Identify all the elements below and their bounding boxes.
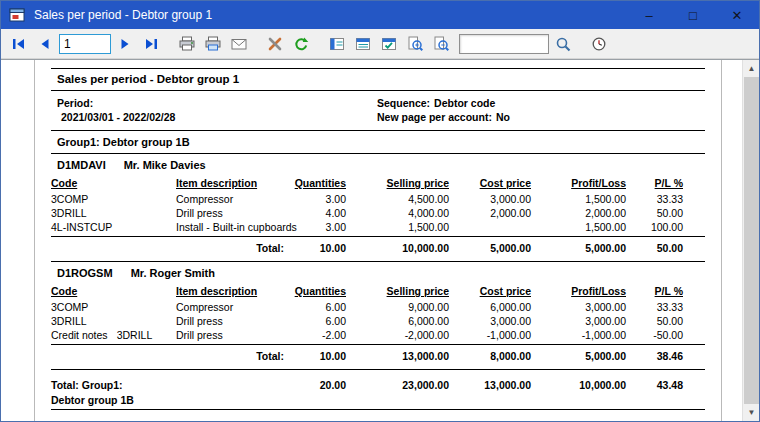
minimize-icon: – xyxy=(645,8,652,23)
settings-button[interactable] xyxy=(263,32,287,56)
zoom-in-icon xyxy=(407,36,423,52)
search-button[interactable] xyxy=(551,32,575,56)
newpage-line: New page per account: No xyxy=(377,110,705,124)
first-page-button[interactable] xyxy=(7,32,31,56)
total-cost: 5,000.00 xyxy=(449,241,531,256)
cell-selling: 6,000.00 xyxy=(346,314,449,328)
cell-plpct: 50.00 xyxy=(626,206,683,220)
report-page: Sales per period - Debtor group 1 Period… xyxy=(34,60,722,421)
cell-pl: -1,000.00 xyxy=(531,328,626,342)
sequence-label: Sequence: xyxy=(377,97,430,109)
freeze-rows-button[interactable] xyxy=(351,32,375,56)
cell-pl: 3,000.00 xyxy=(531,314,626,328)
toolbar-separator xyxy=(315,43,323,44)
cell-selling: -2,000.00 xyxy=(346,328,449,342)
maximize-button[interactable]: □ xyxy=(671,1,715,29)
cell-code: 3DRILL xyxy=(51,206,176,220)
print-button[interactable] xyxy=(175,32,199,56)
toolbar-separator xyxy=(165,43,173,44)
rule xyxy=(51,153,705,154)
account-total-row: Total: 10.00 13,000.00 8,000.00 5,000.00… xyxy=(51,347,683,367)
window-controls: – □ ✕ xyxy=(627,1,759,29)
col-cost: Cost price xyxy=(449,284,531,298)
item-row: 4L-INSTCUP Install - Built-in cupboards … xyxy=(51,220,683,234)
cell-cost: 6,000.00 xyxy=(449,300,531,314)
item-row: 3DRILL Drill press 6.00 6,000.00 3,000.0… xyxy=(51,314,683,328)
total-pl: 5,000.00 xyxy=(531,241,626,256)
total-plpct: 38.46 xyxy=(626,349,683,364)
next-page-button[interactable] xyxy=(113,32,137,56)
col-plpct: P/L % xyxy=(626,284,683,298)
zoom-in-button[interactable] xyxy=(403,32,427,56)
cell-cost: -1,000.00 xyxy=(449,328,531,342)
email-button[interactable] xyxy=(227,32,251,56)
last-page-icon xyxy=(143,36,159,52)
account-code: D1MDAVI xyxy=(57,159,106,171)
minimize-button[interactable]: – xyxy=(627,1,671,29)
total-plpct: 50.00 xyxy=(626,241,683,256)
cell-qty: -2.00 xyxy=(286,328,346,342)
column-header-row: Code Item description Quantities Selling… xyxy=(51,176,683,190)
zoom-out-icon xyxy=(433,36,449,52)
search-input[interactable] xyxy=(459,34,549,54)
cell-code: 3COMP xyxy=(51,192,176,206)
cell-plpct: -50.00 xyxy=(626,328,683,342)
exit-button[interactable] xyxy=(587,32,611,56)
cell-code: Credit notes3DRILL xyxy=(51,328,176,342)
cell-qty: 3.00 xyxy=(286,192,346,206)
next-page-icon xyxy=(117,36,133,52)
grand-total-sublabel: Debtor group 1B xyxy=(51,393,705,407)
previous-page-button[interactable] xyxy=(33,32,57,56)
report-parameters: Period: 2021/03/01 - 2022/02/28 Sequence… xyxy=(51,93,705,128)
period-block: Period: 2021/03/01 - 2022/02/28 xyxy=(57,96,377,124)
rule xyxy=(51,409,705,410)
scrollbar-thumb[interactable] xyxy=(744,77,759,404)
window-title: Sales per period - Debtor group 1 xyxy=(34,8,212,22)
cell-cost: 3,000.00 xyxy=(449,314,531,328)
total-qty: 10.00 xyxy=(286,241,346,256)
sequence-block: Sequence: Debtor code New page per accou… xyxy=(377,96,705,124)
print-setup-button[interactable] xyxy=(201,32,225,56)
cell-qty: 4.00 xyxy=(286,206,346,220)
rule xyxy=(51,90,705,91)
search-icon xyxy=(555,36,571,52)
cell-pl: 1,500.00 xyxy=(531,192,626,206)
cell-code: 4L-INSTCUP xyxy=(51,220,176,234)
scroll-up-button[interactable]: ▲ xyxy=(743,60,759,77)
col-desc: Item description xyxy=(176,176,286,190)
rule xyxy=(51,68,705,69)
close-button[interactable]: ✕ xyxy=(715,1,759,29)
col-cost: Cost price xyxy=(449,176,531,190)
page-number-input[interactable] xyxy=(59,34,111,54)
scroll-up-icon: ▲ xyxy=(748,64,756,73)
col-qty: Quantities xyxy=(286,176,346,190)
last-page-button[interactable] xyxy=(139,32,163,56)
total-pl: 5,000.00 xyxy=(531,349,626,364)
col-plpct: P/L % xyxy=(626,176,683,190)
item-code: 3DRILL xyxy=(51,207,87,219)
refresh-icon xyxy=(293,36,309,52)
total-cost: 8,000.00 xyxy=(449,349,531,364)
rule xyxy=(51,261,705,262)
cell-plpct: 33.33 xyxy=(626,192,683,206)
cell-desc: Drill press xyxy=(176,314,286,328)
item-row: 3COMP Compressor 6.00 9,000.00 6,000.00 … xyxy=(51,300,683,314)
refresh-button[interactable] xyxy=(289,32,313,56)
zoom-out-button[interactable] xyxy=(429,32,453,56)
item-row: Credit notes3DRILL Drill press -2.00 -2,… xyxy=(51,328,683,342)
app-icon xyxy=(9,6,27,24)
account-code: D1ROGSM xyxy=(57,267,113,279)
account-section: D1MDAVI Mr. Mike Davies Code Item descri… xyxy=(51,159,705,262)
cell-qty: 6.00 xyxy=(286,314,346,328)
spacer xyxy=(51,241,176,256)
grand-total-label: Total: Group1: xyxy=(51,378,176,393)
filter-button[interactable] xyxy=(377,32,401,56)
col-qty: Quantities xyxy=(286,284,346,298)
scroll-down-button[interactable]: ▼ xyxy=(743,404,759,421)
spacer xyxy=(176,378,286,393)
col-selling: Selling price xyxy=(346,284,449,298)
rule xyxy=(51,130,705,131)
vertical-scrollbar[interactable]: ▲ ▼ xyxy=(742,60,759,421)
cell-plpct: 100.00 xyxy=(626,220,683,234)
freeze-columns-button[interactable] xyxy=(325,32,349,56)
